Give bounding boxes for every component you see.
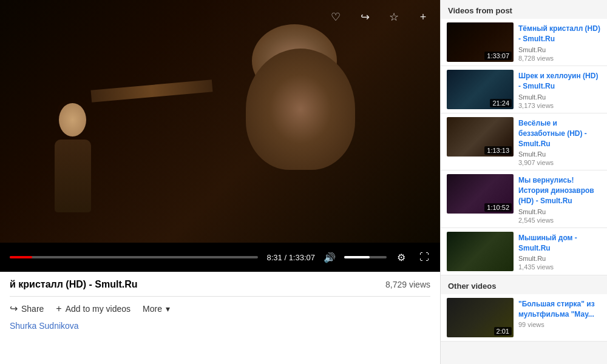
video-info: й кристалл (HD) - Smult.Ru 8,729 views ↪… bbox=[0, 272, 440, 364]
sidebar-video-channel: Smult.Ru bbox=[518, 150, 601, 158]
thumbnail-duration: 1:33:07 bbox=[484, 52, 512, 60]
video-title: й кристалл (HD) - Smult.Ru bbox=[10, 279, 138, 290]
video-meta: Мышиный дом - Smult.RuSmult.Ru1,435 view… bbox=[518, 232, 601, 271]
sidebar-video-item[interactable]: 2:01"Большая стирка" из мультфильма "Мау… bbox=[441, 294, 607, 342]
sidebar-video-title: Весёлые и беззаботные (HD) - Smult.Ru bbox=[518, 118, 601, 149]
video-player[interactable]: ♡ ↪ ☆ + bbox=[0, 0, 440, 243]
volume-icon[interactable]: 🔊 bbox=[321, 249, 338, 266]
time-display: 8:31 / 1:33:07 bbox=[266, 253, 315, 262]
main-layout: ♡ ↪ ☆ + 8:31 / 1:33:07 🔊 ⚙ ⛶ й крис bbox=[0, 0, 607, 364]
char-head bbox=[59, 103, 86, 136]
sidebar-video-title: Шрек и хеллоуин (HD) - Smult.Ru bbox=[518, 71, 601, 92]
sidebar-video-channel: Smult.Ru bbox=[518, 93, 601, 101]
progress-bar[interactable] bbox=[10, 256, 258, 258]
thumbnail-container: 1:10:52 bbox=[447, 174, 514, 214]
plus-add-icon: + bbox=[56, 303, 61, 314]
volume-fill bbox=[344, 256, 370, 258]
sidebar-video-title: Мы вернулись! История динозавров (HD) - … bbox=[518, 175, 601, 206]
share-icon: ↪ bbox=[10, 303, 18, 314]
sidebar-video-channel: Smult.Ru bbox=[518, 255, 601, 262]
scene-creature bbox=[234, 24, 367, 194]
video-meta: Тёмный кристалл (HD) - Smult.RuSmult.Ru8… bbox=[518, 22, 601, 62]
more-button[interactable]: More ▾ bbox=[143, 304, 170, 314]
more-arrow-icon: ▾ bbox=[166, 304, 170, 314]
sidebar-video-title: "Большая стирка" из мультфильма "Мау... bbox=[518, 299, 601, 320]
thumbnail-container bbox=[447, 232, 514, 271]
share-button[interactable]: ↪ Share bbox=[10, 303, 44, 314]
sidebar-video-views: 1,435 views bbox=[518, 263, 601, 271]
thumbnail-bg bbox=[447, 232, 514, 271]
thumbnail-container: 1:13:13 bbox=[447, 117, 514, 157]
video-meta: Весёлые и беззаботные (HD) - Smult.RuSmu… bbox=[518, 117, 601, 166]
sidebar-video-channel: Smult.Ru bbox=[518, 46, 601, 53]
thumbnail-duration: 2:01 bbox=[494, 327, 512, 335]
sidebar-video-item[interactable]: 1:33:07Тёмный кристалл (HD) - Smult.RuSm… bbox=[441, 19, 607, 66]
video-top-icons: ♡ ↪ ☆ + bbox=[326, 7, 433, 27]
sidebar-video-views: 99 views bbox=[518, 321, 601, 328]
video-actions: ↪ Share + Add to my videos More ▾ bbox=[10, 296, 430, 314]
video-views: 8,729 views bbox=[385, 280, 430, 289]
other-videos-title: Other videos bbox=[441, 275, 607, 294]
volume-bar[interactable] bbox=[344, 256, 387, 258]
progress-fill bbox=[10, 256, 32, 258]
video-section: ♡ ↪ ☆ + 8:31 / 1:33:07 🔊 ⚙ ⛶ й крис bbox=[0, 0, 440, 364]
settings-icon[interactable]: ⚙ bbox=[393, 249, 410, 266]
sidebar-video-title: Тёмный кристалл (HD) - Smult.Ru bbox=[518, 24, 601, 44]
fullscreen-icon[interactable]: ⛶ bbox=[416, 249, 433, 266]
video-meta: Мы вернулись! История динозавров (HD) - … bbox=[518, 174, 601, 223]
thumbnail-duration: 21:24 bbox=[490, 99, 512, 107]
scene-plank bbox=[91, 79, 213, 102]
thumbnail-duration: 1:13:13 bbox=[484, 146, 512, 155]
creature-body bbox=[246, 49, 355, 170]
thumbnail-container: 1:33:07 bbox=[447, 22, 514, 62]
sidebar-video-title: Мышиный дом - Smult.Ru bbox=[518, 233, 601, 254]
uploader-name[interactable]: Shurka Sudnikova bbox=[10, 321, 79, 331]
scene-character bbox=[49, 103, 97, 212]
sidebar-video-views: 2,545 views bbox=[518, 217, 601, 224]
other-videos-list: 2:01"Большая стирка" из мультфильма "Мау… bbox=[441, 294, 607, 342]
sidebar-video-item[interactable]: Мышиный дом - Smult.RuSmult.Ru1,435 view… bbox=[441, 228, 607, 275]
video-frame bbox=[0, 0, 440, 243]
heart-button[interactable]: ♡ bbox=[326, 7, 345, 27]
thumbnail-container: 2:01 bbox=[447, 298, 514, 337]
controls-bar: 8:31 / 1:33:07 🔊 ⚙ ⛶ bbox=[0, 243, 440, 272]
sidebar-video-views: 8,728 views bbox=[518, 55, 601, 62]
sidebar-video-views: 3,173 views bbox=[518, 102, 601, 109]
video-background bbox=[0, 0, 440, 243]
sidebar: Videos from post 1:33:07Тёмный кристалл … bbox=[440, 0, 607, 364]
thumbnail-container: 21:24 bbox=[447, 70, 514, 109]
thumbnail-duration: 1:10:52 bbox=[484, 203, 512, 212]
from-post-title: Videos from post bbox=[441, 0, 607, 19]
star-button[interactable]: ☆ bbox=[384, 7, 404, 27]
add-to-videos-button[interactable]: + Add to my videos bbox=[56, 303, 131, 314]
char-body bbox=[55, 140, 91, 212]
uploader-section: Shurka Sudnikova bbox=[10, 320, 430, 331]
sidebar-video-item[interactable]: 1:13:13Весёлые и беззаботные (HD) - Smul… bbox=[441, 113, 607, 170]
video-title-row: й кристалл (HD) - Smult.Ru 8,729 views bbox=[10, 279, 430, 290]
from-post-list: 1:33:07Тёмный кристалл (HD) - Smult.RuSm… bbox=[441, 19, 607, 275]
sidebar-video-views: 3,907 views bbox=[518, 159, 601, 166]
share-top-button[interactable]: ↪ bbox=[355, 7, 375, 27]
video-meta: Шрек и хеллоуин (HD) - Smult.RuSmult.Ru3… bbox=[518, 70, 601, 109]
video-meta: "Большая стирка" из мультфильма "Мау...9… bbox=[518, 298, 601, 337]
sidebar-video-item[interactable]: 1:10:52Мы вернулись! История динозавров … bbox=[441, 170, 607, 228]
sidebar-video-item[interactable]: 21:24Шрек и хеллоуин (HD) - Smult.RuSmul… bbox=[441, 66, 607, 113]
plus-button[interactable]: + bbox=[413, 7, 433, 27]
sidebar-video-channel: Smult.Ru bbox=[518, 208, 601, 215]
